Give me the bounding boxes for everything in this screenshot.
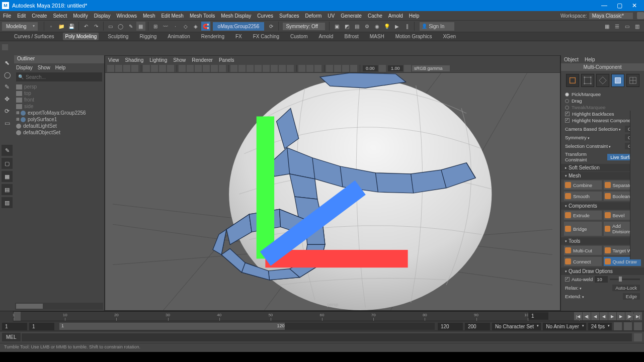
opt-backfaces[interactable]: Highlight Backfaces (565, 111, 640, 117)
render-settings-icon[interactable]: ⚙ (362, 22, 371, 31)
save-scene-icon[interactable]: 💾 (67, 22, 76, 31)
vmenu-view[interactable]: View (108, 57, 119, 63)
object-mode-button[interactable] (566, 74, 579, 87)
anim-layer-dropdown[interactable]: No Anim Layer (543, 323, 586, 330)
viewport-3d[interactable] (105, 73, 560, 310)
shelf-tab[interactable]: Motion Graphics (393, 33, 434, 40)
render-seq-icon[interactable]: ▤ (352, 22, 361, 31)
menu-deform[interactable]: Deform (305, 13, 322, 19)
outliner-item[interactable]: front (16, 97, 102, 103)
script-lang-button[interactable]: MEL (2, 333, 21, 341)
toolkit-toggle-icon[interactable]: ▦ (602, 22, 611, 31)
render-icon[interactable]: ▣ (332, 22, 341, 31)
step-fwd-key-button[interactable]: |▶ (625, 312, 633, 320)
shelf-tab[interactable]: FX (233, 33, 244, 40)
outliner-search-input[interactable] (26, 74, 100, 80)
selmode-icon[interactable]: ▦ (136, 22, 145, 31)
shelf-tab[interactable]: Bifrost (342, 33, 360, 40)
smooth-button[interactable]: Smooth (564, 192, 602, 201)
current-frame-field[interactable]: 1 (528, 312, 548, 320)
snap-curve-icon[interactable]: 〰 (161, 22, 170, 31)
vmenu-show[interactable]: Show (173, 57, 186, 63)
playblast-icon[interactable]: ▶ (392, 22, 401, 31)
menu-surfaces[interactable]: Surfaces (279, 13, 299, 19)
command-input[interactable] (22, 333, 632, 341)
live-surface-icon[interactable]: 🧲 (201, 22, 210, 31)
vertex-mode-button[interactable] (581, 74, 594, 87)
fps-dropdown[interactable]: 24 fps (588, 323, 612, 330)
right-sidebar[interactable] (630, 111, 644, 259)
tool-settings-icon[interactable]: ▭ (622, 22, 631, 31)
vmenu-renderer[interactable]: Renderer (192, 57, 213, 63)
outliner-item[interactable]: top (16, 90, 102, 97)
quaddraw-options-section[interactable]: Quad Draw Options (561, 267, 644, 275)
redo-icon[interactable]: ↷ (92, 22, 101, 31)
vmenu-panels[interactable]: Panels (219, 57, 234, 63)
relax-row[interactable]: Relax:Auto-Lock (561, 284, 644, 292)
shelf-tab[interactable]: Animation (166, 33, 192, 40)
layout-outliner[interactable]: ▤ (2, 184, 13, 195)
edge-mode-button[interactable] (596, 74, 609, 87)
paint-tool[interactable]: ✎ (2, 81, 13, 93)
pause-icon[interactable]: ‖ (403, 22, 412, 31)
menu-windows[interactable]: Windows (116, 13, 137, 19)
shelf-tab[interactable]: Curves / Surfaces (12, 33, 56, 40)
select-tool[interactable]: ⬉ (2, 57, 13, 68)
menu-meshtools[interactable]: Mesh Tools (190, 13, 215, 19)
autoweld-slider[interactable] (610, 279, 640, 280)
autoweld-check[interactable] (565, 277, 570, 282)
menu-arnold[interactable]: Arnold (388, 13, 403, 19)
script-editor-icon[interactable] (634, 333, 642, 341)
close-button[interactable]: ✕ (627, 2, 642, 9)
menu-edit[interactable]: Edit (17, 13, 26, 19)
menu-editmesh[interactable]: Edit Mesh (161, 13, 183, 19)
menu-display[interactable]: Display (94, 13, 111, 19)
step-back-button[interactable]: ◀ (591, 312, 599, 320)
maximize-button[interactable]: ▢ (612, 2, 627, 9)
menuset-dropdown[interactable]: Modeling (2, 22, 38, 31)
last-tool[interactable]: ✎ (2, 145, 13, 156)
menu-meshdisplay[interactable]: Mesh Display (221, 13, 251, 19)
range-start-field[interactable]: 1 (29, 323, 54, 330)
vmenu-shading[interactable]: Shading (125, 57, 144, 63)
channelbox-icon[interactable]: ▥ (632, 22, 641, 31)
play-back-button[interactable]: ◀ (600, 312, 608, 320)
autoweld-value[interactable]: 10 (595, 276, 608, 283)
outliner-scrollbar[interactable] (15, 303, 103, 310)
outliner-tree[interactable]: persp top front side ⊞exportToMaya:Group… (14, 82, 104, 302)
outliner-search[interactable]: 🔍 (16, 72, 102, 81)
step-fwd-button[interactable]: ▶ (617, 312, 625, 320)
uv-mode-button[interactable] (626, 74, 639, 87)
minimize-button[interactable]: — (597, 2, 612, 9)
menu-help[interactable]: Help (409, 13, 420, 19)
anim-start-field[interactable]: 1 (2, 323, 27, 330)
symmetry-dropdown[interactable]: Symmetry: Off (283, 23, 325, 30)
shelf-tab[interactable]: MASH (368, 33, 386, 40)
menu-modify[interactable]: Modify (73, 13, 88, 19)
paint-select-icon[interactable]: ✎ (126, 22, 135, 31)
menu-mesh[interactable]: Mesh (143, 13, 155, 19)
workspace-dropdown[interactable]: Maya Classic* (589, 13, 633, 19)
menu-create[interactable]: Create (32, 13, 47, 19)
anim-end-field[interactable]: 200 (465, 323, 490, 330)
shelf-tab[interactable]: Rendering (199, 33, 226, 40)
select-tool-icon[interactable]: ▭ (106, 22, 115, 31)
scale-tool[interactable]: ▭ (2, 118, 13, 129)
menu-curves[interactable]: Curves (257, 13, 273, 19)
shelf-tab[interactable]: Custom (288, 33, 309, 40)
shelf-tab[interactable]: Rigging (137, 33, 158, 40)
snap-grid-icon[interactable]: ⊞ (151, 22, 160, 31)
layout-persp[interactable]: ▥ (2, 197, 13, 208)
multicut-button[interactable]: Multi-Cut (564, 246, 602, 255)
shelf-tab[interactable]: Poly Modeling (63, 33, 99, 40)
outliner-item[interactable]: ⊞exportToMaya:Group2256 (16, 110, 102, 116)
vmenu-lighting[interactable]: Lighting (149, 57, 167, 63)
outliner-item[interactable]: side (16, 103, 102, 110)
menu-file[interactable]: File (3, 13, 11, 19)
mtk-menu-help[interactable]: Help (585, 57, 595, 62)
open-scene-icon[interactable]: 📁 (57, 22, 66, 31)
loop-icon[interactable] (614, 322, 622, 330)
snap-point-icon[interactable]: · (171, 22, 180, 31)
combine-button[interactable]: Combine (564, 180, 602, 190)
rotate-tool[interactable]: ⟳ (2, 106, 13, 117)
